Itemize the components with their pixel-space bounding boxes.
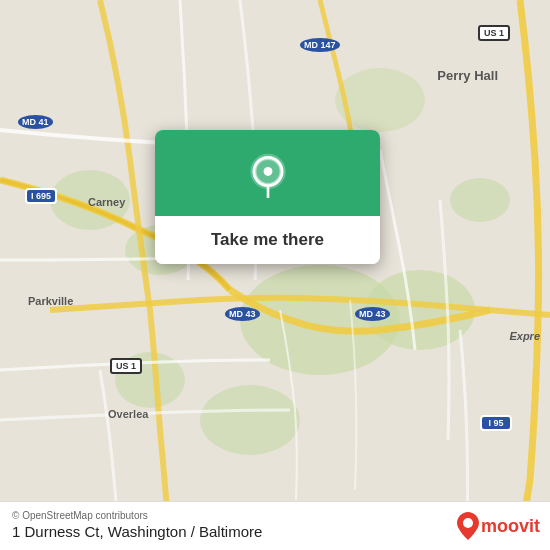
expre-label: Expre [509, 330, 540, 342]
md43b-shield: MD 43 [355, 307, 390, 321]
map-container: Perry Hall Carney Parkville Overlea Expr… [0, 0, 550, 550]
us1b-shield: US 1 [478, 25, 510, 41]
moovit-pin-icon [457, 512, 479, 540]
svg-point-11 [263, 167, 272, 176]
bottom-bar: © OpenStreetMap contributors 1 Durness C… [0, 501, 550, 550]
md41-shield: MD 41 [18, 115, 53, 129]
take-me-there-button[interactable]: Take me there [155, 216, 380, 264]
carney-label: Carney [88, 196, 125, 208]
perry-hall-label: Perry Hall [437, 68, 498, 83]
moovit-logo: moovit [457, 512, 540, 540]
i95-shield: I 95 [480, 415, 512, 431]
parkville-label: Parkville [28, 295, 73, 307]
svg-point-13 [463, 518, 473, 528]
us1a-shield: US 1 [110, 358, 142, 374]
svg-point-5 [200, 385, 300, 455]
popup-card: Take me there [155, 130, 380, 264]
overlea-label: Overlea [108, 408, 148, 420]
moovit-brand-text: moovit [481, 516, 540, 537]
svg-point-6 [450, 178, 510, 222]
location-pin-icon [245, 152, 291, 198]
popup-header [155, 130, 380, 216]
i695-shield: I 695 [25, 188, 57, 204]
md43a-shield: MD 43 [225, 307, 260, 321]
md147-shield: MD 147 [300, 38, 340, 52]
